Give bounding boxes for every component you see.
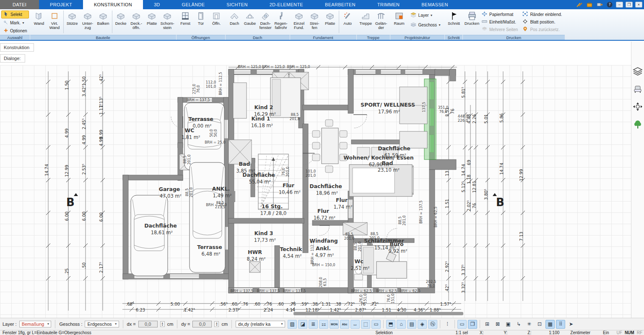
snap-numbers-icon[interactable]: ⠿	[556, 320, 565, 329]
cursor-select-icon[interactable]: ➤	[566, 320, 576, 329]
coordinate-mode-select[interactable]: dx,dy (relativ ka▼	[236, 321, 285, 327]
ribbon-button-einheit-maßst[interactable]: Einheit/Maßst.	[481, 18, 518, 25]
wall[interactable]	[351, 140, 400, 144]
image-icon[interactable]: ▣	[504, 320, 513, 329]
menu-tab-konstruktion[interactable]: KONSTRUKTION	[83, 0, 143, 9]
roof-slope-icon[interactable]: ⌂	[397, 320, 406, 329]
menu-tab-2d-elemente[interactable]: 2D-ELEMENTE	[259, 0, 314, 9]
wall[interactable]	[275, 246, 280, 288]
tools-icon[interactable]	[576, 1, 583, 8]
dx-input[interactable]: 0,0	[138, 321, 158, 327]
frame-icon[interactable]: ❐	[468, 320, 477, 329]
ribbon-button-unter-zug[interactable]: Unter- zug	[80, 10, 96, 30]
layer-select[interactable]: Bemaßung▼	[19, 321, 52, 327]
ruler-icon[interactable]: ▭	[457, 320, 467, 329]
wall[interactable]	[429, 170, 435, 288]
restore-button[interactable]: ❐	[626, 2, 633, 8]
ribbon-button-schorn-stein[interactable]: Schorn- stein	[160, 10, 175, 30]
roof-color-icon[interactable]: ◪	[298, 320, 307, 329]
ribbon-button-virt-wand[interactable]: Virt. Wand	[47, 10, 62, 30]
minimize-button[interactable]: –	[616, 2, 623, 8]
menu-tab-sichten[interactable]: SICHTEN	[216, 0, 258, 9]
door[interactable]	[353, 115, 367, 128]
menu-tab-datei[interactable]: DATEI	[0, 0, 39, 9]
horizontal-scrollbar[interactable]	[293, 312, 463, 315]
target-grid-icon[interactable]: ⊡	[535, 320, 544, 329]
corner-arrow-icon[interactable]: ↳	[514, 320, 523, 329]
layer-dropdown[interactable]: Layer▼	[408, 11, 443, 19]
ribbon-button-gaube[interactable]: Gaube	[242, 10, 258, 26]
tree-icon[interactable]	[633, 120, 643, 131]
wall[interactable]	[123, 175, 128, 279]
pan-icon[interactable]	[633, 102, 643, 113]
raster-icon[interactable]: ▦	[545, 320, 555, 329]
tab-dialoge[interactable]: Dialoge:	[0, 54, 25, 63]
wall[interactable]	[123, 175, 183, 180]
window[interactable]	[356, 70, 376, 74]
ribbon-button-regen-fallrohr[interactable]: Regen- fallrohr	[273, 10, 289, 30]
ribbon-button-schnitt[interactable]: Schnitt	[446, 10, 462, 26]
wall[interactable]	[429, 160, 456, 170]
dy-stepper[interactable]: ▲▼	[214, 321, 219, 327]
ribbon-button-gelän-der[interactable]: Gelän- der	[374, 10, 389, 30]
abc-text-icon[interactable]: Abc	[340, 320, 349, 329]
ribbon-button-balken[interactable]: Balken	[96, 10, 111, 26]
wall[interactable]	[178, 97, 183, 148]
object-3d-icon[interactable]: ⬒	[386, 320, 395, 329]
menu-tab-bearbeiten[interactable]: BEARBEITEN	[314, 0, 366, 9]
mon-text-icon[interactable]: MON	[330, 320, 339, 329]
ribbon-button-selekt[interactable]: Selekt	[1, 10, 29, 18]
ribbon-button-optionen[interactable]: Optionen	[1, 27, 29, 34]
ribbon-button-blatt-position[interactable]: Blatt position.	[522, 18, 562, 25]
marquee-icon[interactable]: ⬚	[361, 320, 370, 329]
dashed-line-icon[interactable]: ⚏	[319, 320, 328, 329]
ribbon-button-platte[interactable]: Platte	[322, 10, 338, 26]
door[interactable]	[319, 225, 330, 236]
ribbon-button-treppe[interactable]: Treppe	[358, 10, 374, 26]
case-icon[interactable]	[586, 1, 593, 8]
north-arrow-icon[interactable]: Ⓝ	[428, 320, 437, 329]
menu-tab-bemassen[interactable]: BEMASSEN	[410, 0, 459, 9]
window[interactable]	[405, 70, 423, 74]
drawing-canvas[interactable]: BBTerrasse0,00 m²WC1,81 m²Kind 216,29 m²…	[0, 65, 631, 318]
menu-tab-gelände[interactable]: GELÄNDE	[171, 0, 216, 9]
ribbon-button-decke[interactable]: Decke	[113, 10, 129, 26]
wall[interactable]	[348, 69, 353, 113]
close-button[interactable]: ×	[635, 2, 642, 8]
ribbon-button-auto[interactable]: Auto	[340, 10, 356, 26]
furniture-icon[interactable]	[633, 84, 643, 95]
shingles-icon[interactable]: ▤	[407, 320, 416, 329]
ribbon-button-strei-fen[interactable]: Strei- fen	[307, 10, 322, 30]
hatch-fill-icon[interactable]: ▨	[288, 320, 297, 329]
ribbon-button-platte[interactable]: Platte	[144, 10, 160, 26]
tab-konstruktion[interactable]: Konstruktion	[0, 43, 34, 52]
ribbon-button-dach-fenster[interactable]: Dach- fenster	[258, 10, 273, 30]
menu-tab-trimmen[interactable]: TRIMMEN	[366, 0, 410, 9]
wall[interactable]	[303, 124, 308, 253]
ribbon-button-mark[interactable]: Mark.▼	[1, 19, 29, 26]
ribbon-button-ränder-einblend[interactable]: Ränder einblend.	[522, 11, 562, 18]
tile-icon[interactable]: ◈	[418, 320, 427, 329]
ribbon-button-drucken[interactable]: Drucken	[464, 10, 480, 26]
ribbon-button-stütze[interactable]: Stütze	[65, 10, 80, 26]
menu-tab-projekt[interactable]: PROJEKT	[39, 0, 83, 9]
ribbon-button-fenst[interactable]: Fenst	[178, 10, 193, 26]
ribbon-button-dach[interactable]: Dach	[227, 10, 242, 26]
window[interactable]	[257, 70, 273, 74]
ribbon-button-einzel-fund[interactable]: Einzel Fund.	[291, 10, 307, 30]
ribbon-button-raum[interactable]: Raum	[392, 10, 407, 26]
dimension-icon[interactable]: ↔	[351, 320, 360, 329]
dy-input[interactable]: 0,0	[192, 321, 212, 327]
help-icon[interactable]: ?	[606, 1, 613, 8]
star-point-icon[interactable]: ✳	[525, 320, 534, 329]
ribbon-button-wand[interactable]: Wand	[31, 10, 47, 26]
line-style-icon[interactable]: ≣	[309, 320, 318, 329]
window-grid-icon[interactable]: ⊞	[483, 320, 492, 329]
ribbon-button-tür[interactable]: Tür	[193, 10, 209, 26]
wall[interactable]	[229, 218, 304, 223]
rectangle-icon[interactable]: ▭	[371, 320, 381, 329]
menu-tab-3d[interactable]: 3D	[143, 0, 171, 9]
layers-icon[interactable]	[633, 67, 643, 78]
wall[interactable]	[449, 69, 456, 81]
export-icon[interactable]	[596, 1, 603, 8]
